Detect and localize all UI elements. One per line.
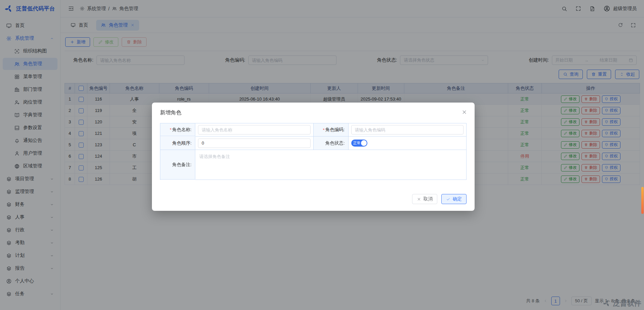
role-status-field: 正常 <box>349 137 467 150</box>
dialog-footer: 取消 确定 <box>412 194 467 204</box>
toggle-knob <box>361 140 367 146</box>
role-status-toggle[interactable]: 正常 <box>351 140 367 147</box>
required-mark: * <box>170 127 171 132</box>
role-name-field <box>195 123 314 137</box>
dialog-role-name-input[interactable] <box>198 125 311 134</box>
cancel-button[interactable]: 取消 <box>412 194 437 204</box>
role-name-label: * 角色名称: <box>160 123 195 136</box>
confirm-button[interactable]: 确定 <box>441 194 467 204</box>
role-order-field <box>195 137 314 150</box>
role-code-label: * 角色编码: <box>314 123 349 137</box>
dialog-close-icon[interactable] <box>461 109 467 115</box>
dialog-role-code-input[interactable] <box>351 125 464 134</box>
required-mark: * <box>323 127 324 132</box>
dialog-role-remark-textarea[interactable] <box>198 152 464 178</box>
scrollbar-thumb[interactable] <box>641 187 644 214</box>
dialog-role-order-input[interactable] <box>198 139 311 148</box>
role-remark-label: 角色备注: <box>160 150 195 180</box>
close-icon <box>417 197 421 201</box>
role-order-label: 角色顺序: <box>160 137 195 150</box>
role-remark-field <box>195 150 467 180</box>
dialog-title: 新增角色 <box>160 109 467 116</box>
dialog-form: * 角色名称: * 角色编码: 角色顺序: 角色状态: 正常 <box>160 123 467 180</box>
role-code-field <box>349 123 467 137</box>
toggle-label: 正常 <box>353 141 361 146</box>
add-role-dialog: 新增角色 * 角色名称: * 角色编码: 角色顺序: 角色状态: 正常 <box>152 103 475 211</box>
role-status-label: 角色状态: <box>314 137 349 150</box>
check-icon <box>446 197 450 201</box>
